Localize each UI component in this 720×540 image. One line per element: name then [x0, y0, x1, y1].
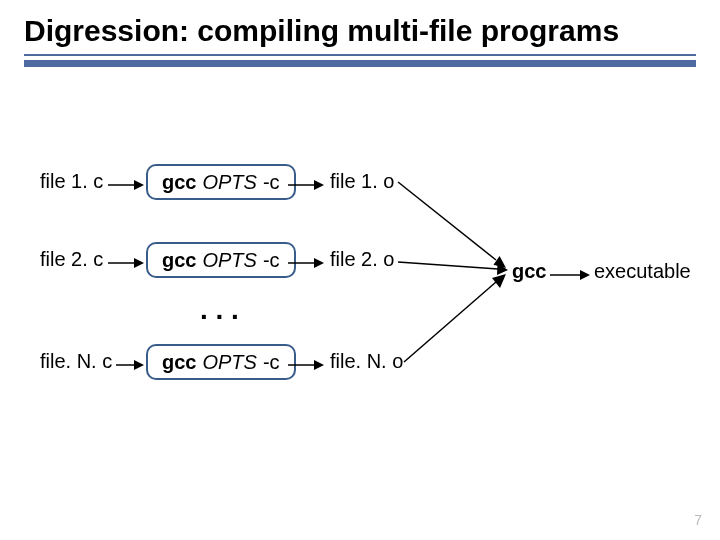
- svg-marker-9: [134, 360, 144, 370]
- svg-line-12: [398, 182, 496, 260]
- object-file-1: file 1. o: [330, 170, 394, 193]
- arrow-cc1-to-obj1: [288, 180, 324, 190]
- object-file-2: file 2. o: [330, 248, 394, 271]
- gcc-label: gcc: [162, 172, 196, 192]
- svg-marker-3: [314, 180, 324, 190]
- svg-line-16: [404, 282, 496, 362]
- arrow-src2-to-cc2: [108, 258, 144, 268]
- compile-box-2: gcc OPTS -c: [146, 242, 296, 278]
- arrow-cc2-to-obj2: [288, 258, 324, 268]
- source-file-1: file 1. c: [40, 170, 103, 193]
- arrow-ccn-to-objn: [288, 360, 324, 370]
- executable: executable: [594, 260, 691, 283]
- ellipsis: . . .: [200, 294, 239, 326]
- arrow-objn-to-link: [404, 274, 510, 366]
- arrow-src1-to-cc1: [108, 180, 144, 190]
- svg-marker-19: [580, 270, 590, 280]
- source-file-n: file. N. c: [40, 350, 112, 373]
- opts-label: OPTS: [202, 172, 256, 192]
- compile-box-n: gcc OPTS -c: [146, 344, 296, 380]
- object-file-n: file. N. o: [330, 350, 403, 373]
- svg-marker-1: [134, 180, 144, 190]
- gcc-label: gcc: [162, 250, 196, 270]
- opts-label: OPTS: [202, 250, 256, 270]
- dashc-label: -c: [263, 352, 280, 372]
- page-title: Digression: compiling multi-file program…: [24, 14, 619, 48]
- arrow-srcn-to-ccn: [116, 360, 144, 370]
- source-file-2: file 2. c: [40, 248, 103, 271]
- dashc-label: -c: [263, 250, 280, 270]
- svg-marker-17: [492, 274, 506, 288]
- gcc-label: gcc: [162, 352, 196, 372]
- svg-marker-7: [314, 258, 324, 268]
- compile-box-1: gcc OPTS -c: [146, 164, 296, 200]
- page-number: 7: [694, 512, 702, 528]
- svg-marker-5: [134, 258, 144, 268]
- arrow-link-to-exe: [550, 270, 590, 280]
- opts-label: OPTS: [202, 352, 256, 372]
- dashc-label: -c: [263, 172, 280, 192]
- title-underline: [24, 54, 696, 72]
- linker-gcc: gcc: [512, 260, 546, 283]
- svg-line-14: [398, 262, 498, 269]
- svg-marker-11: [314, 360, 324, 370]
